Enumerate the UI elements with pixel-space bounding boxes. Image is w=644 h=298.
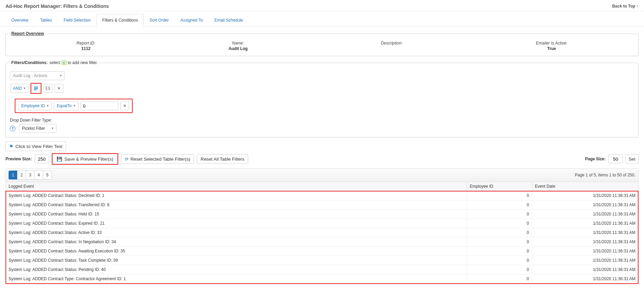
cell-event-date: 1/31/2020 11:36:31 AM bbox=[532, 247, 638, 256]
page-2[interactable]: 2 bbox=[17, 171, 26, 179]
table-row[interactable]: System Log: ADDED Contract Status: Trans… bbox=[6, 200, 638, 210]
cell-employee-id: 0 bbox=[467, 265, 532, 274]
page-header: Ad-Hoc Report Manager: Filters & Conditi… bbox=[0, 0, 644, 11]
table-row[interactable]: System Log: ADDED Contract Status: Decli… bbox=[6, 191, 638, 200]
filter-table-select[interactable]: Audit Log - Actions ▼ bbox=[10, 71, 65, 80]
overview-item-label: Emailer Is Active: bbox=[536, 41, 567, 46]
reset-all-button[interactable]: Reset All Table Filters bbox=[197, 154, 248, 164]
table-row[interactable]: System Log: ADDED Contract Status: Expir… bbox=[6, 219, 638, 228]
chevron-down-icon: ▼ bbox=[46, 104, 49, 108]
cell-event-date: 1/31/2020 11:36:31 AM bbox=[532, 191, 638, 200]
preview-size-input[interactable] bbox=[35, 154, 49, 163]
tab-overview[interactable]: Overview bbox=[5, 14, 34, 26]
results-body-highlight: System Log: ADDED Contract Status: Decli… bbox=[6, 191, 638, 284]
save-preview-label: Save & Preview Filter(s) bbox=[64, 157, 113, 162]
tab-tables[interactable]: Tables bbox=[34, 14, 58, 26]
page-3[interactable]: 3 bbox=[26, 171, 35, 179]
cell-logged-event: System Log: ADDED Contract Status: Held … bbox=[6, 210, 467, 219]
report-overview-fieldset: Report Overview Report ID:1112Name:Audit… bbox=[5, 31, 639, 56]
cell-employee-id: 0 bbox=[467, 191, 532, 200]
chevron-down-icon: ▼ bbox=[59, 74, 62, 77]
delete-condition-icon[interactable]: ✕ bbox=[120, 101, 129, 110]
cell-logged-event: System Log: ADDED Contract Status: Expir… bbox=[6, 219, 467, 228]
cell-event-date: 1/31/2020 11:36:31 AM bbox=[532, 219, 638, 228]
filters-legend: Filters/Conditions: select ≡ to add new … bbox=[10, 60, 99, 65]
chevron-down-icon: ▼ bbox=[23, 87, 26, 90]
tab-assigned-to[interactable]: Assigned To bbox=[174, 14, 208, 26]
add-filter-hint-icon: ≡ bbox=[62, 61, 66, 65]
svg-rect-0 bbox=[34, 87, 38, 87]
table-row[interactable]: System Log: ADDED Contract Type: Contrac… bbox=[6, 274, 638, 284]
table-row[interactable]: System Log: ADDED Contract Status: In Ne… bbox=[6, 237, 638, 247]
conjunction-select[interactable]: AND ▼ bbox=[10, 84, 28, 93]
svg-rect-2 bbox=[34, 89, 37, 90]
set-page-size-button[interactable]: Set bbox=[625, 154, 639, 164]
overview-item-label: Name: bbox=[229, 41, 248, 46]
flag-icon: ⚑ bbox=[9, 144, 13, 149]
page-size-label: Page Size: bbox=[585, 157, 606, 161]
report-overview-legend: Report Overview bbox=[10, 31, 45, 36]
cell-event-date: 1/31/2020 11:36:31 AM bbox=[532, 200, 638, 210]
dd-filter-type-label: Drop Down Filter Type: bbox=[10, 118, 634, 123]
cell-event-date: 1/31/2020 11:36:31 AM bbox=[532, 265, 638, 274]
dd-filter-type-select[interactable]: Picklist Filter ▼ bbox=[19, 124, 57, 133]
page-size-input[interactable] bbox=[608, 154, 623, 163]
cell-employee-id: 0 bbox=[467, 237, 532, 247]
cell-event-date: 1/31/2020 11:36:31 AM bbox=[532, 228, 638, 237]
overview-item: Report ID:1112 bbox=[76, 41, 95, 51]
condition-field-select[interactable]: Employee ID ▼ bbox=[18, 101, 52, 110]
save-preview-button[interactable]: 💾 Save & Preview Filter(s) bbox=[53, 154, 117, 164]
add-condition-icon[interactable] bbox=[32, 84, 40, 93]
cell-employee-id: 0 bbox=[467, 274, 532, 284]
tab-field-selection[interactable]: Field Selection bbox=[58, 14, 97, 26]
help-icon[interactable]: ? bbox=[10, 126, 15, 131]
condition-operator-value: EqualTo bbox=[57, 103, 72, 108]
add-group-icon[interactable] bbox=[44, 84, 52, 93]
cell-event-date: 1/31/2020 11:36:31 AM bbox=[532, 237, 638, 247]
back-to-top-link[interactable]: Back to Top ↑ bbox=[612, 4, 639, 9]
page-1[interactable]: 1 bbox=[9, 171, 17, 179]
cell-logged-event: System Log: ADDED Contract Status: Pendi… bbox=[6, 265, 467, 274]
table-row[interactable]: System Log: ADDED Contract Status: Pendi… bbox=[6, 265, 638, 274]
view-filter-text-button[interactable]: ⚑ Click to View Filter Text bbox=[5, 141, 66, 151]
table-row[interactable]: System Log: ADDED Contract Status: Await… bbox=[6, 247, 638, 256]
conjunction-value: AND bbox=[13, 86, 22, 91]
overview-item: Emailer Is Active:True bbox=[536, 41, 567, 51]
set-label: Set bbox=[629, 157, 635, 162]
cell-logged-event: System Log: ADDED Contract Status: In Ne… bbox=[6, 237, 467, 247]
col-header-employee-id[interactable]: Employee ID bbox=[467, 182, 532, 191]
col-header-event-date[interactable]: Event Date bbox=[532, 182, 638, 191]
page-4[interactable]: 4 bbox=[34, 171, 43, 179]
svg-rect-6 bbox=[48, 87, 50, 87]
delete-group-icon[interactable]: ✕ bbox=[54, 84, 63, 93]
table-row[interactable]: System Log: ADDED Contract Status: Held … bbox=[6, 210, 638, 219]
tab-sort-order[interactable]: Sort Order bbox=[144, 14, 174, 26]
overview-item-value: 1112 bbox=[76, 46, 95, 51]
svg-rect-5 bbox=[46, 89, 47, 90]
page-5[interactable]: 5 bbox=[43, 171, 52, 179]
condition-operator-select[interactable]: EqualTo ▼ bbox=[54, 101, 78, 110]
table-row[interactable]: System Log: ADDED Contract Status: Activ… bbox=[6, 228, 638, 237]
save-icon: 💾 bbox=[57, 157, 62, 162]
cell-employee-id: 0 bbox=[467, 210, 532, 219]
cell-logged-event: System Log: ADDED Contract Status: Await… bbox=[6, 247, 467, 256]
pager: 12345 bbox=[9, 171, 52, 179]
tab-filters-conditions[interactable]: Filters & Conditions bbox=[96, 14, 144, 26]
overview-item-value: True bbox=[536, 46, 567, 51]
cell-employee-id: 0 bbox=[467, 200, 532, 210]
condition-value-input[interactable] bbox=[81, 101, 118, 110]
filters-fieldset: Filters/Conditions: select ≡ to add new … bbox=[5, 60, 639, 137]
cell-employee-id: 0 bbox=[467, 228, 532, 237]
overview-item-value: Audit Log bbox=[229, 46, 248, 51]
table-row[interactable]: System Log: ADDED Contract Status: Task … bbox=[6, 256, 638, 265]
svg-rect-1 bbox=[34, 88, 38, 89]
pager-info: Page 1 of 5, items 1 to 50 of 250. bbox=[575, 173, 635, 177]
page-title: Ad-Hoc Report Manager: Filters & Conditi… bbox=[5, 3, 109, 9]
cell-logged-event: System Log: ADDED Contract Status: Decli… bbox=[6, 191, 467, 200]
overview-item-label: Description: bbox=[381, 41, 402, 46]
reset-selected-button[interactable]: ⟳ Reset Selected Table Filter(s) bbox=[121, 154, 194, 164]
col-header-logged-event[interactable]: Logged Event bbox=[6, 182, 467, 191]
cell-logged-event: System Log: ADDED Contract Status: Trans… bbox=[6, 200, 467, 210]
tab-email-schedule[interactable]: Email Schedule bbox=[209, 14, 249, 26]
overview-item: Name:Audit Log bbox=[229, 41, 248, 51]
